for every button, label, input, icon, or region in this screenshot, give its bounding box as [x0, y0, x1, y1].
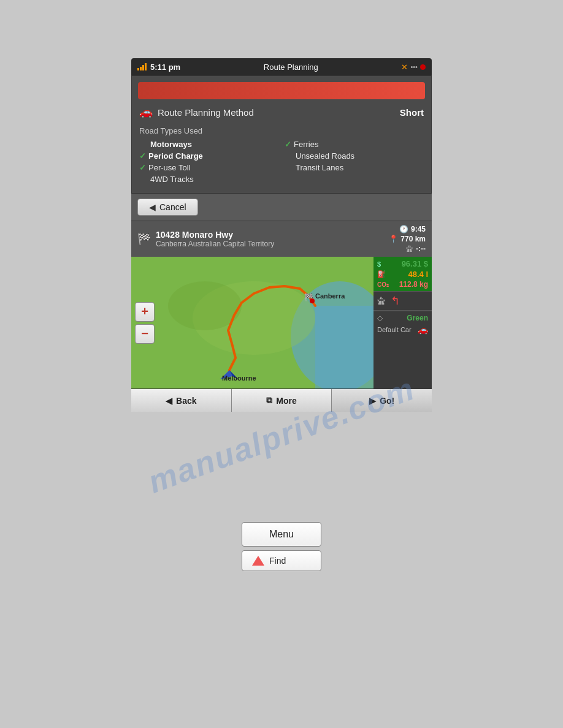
status-dot-red — [420, 64, 426, 70]
ferries-label: Ferries — [294, 140, 318, 149]
route-type-icon: ◇ — [377, 314, 383, 322]
go-button[interactable]: ▶ Go! — [332, 389, 432, 412]
status-title: Route Planning — [264, 63, 318, 72]
go-arrow-icon: ▶ — [369, 396, 376, 406]
device-container: 5:11 pm Route Planning ✕ ••• 🚗 Route Pla… — [131, 58, 432, 571]
unsealed-label: Unsealed Roads — [296, 151, 354, 161]
destination-address: 10428 Monaro Hwy — [156, 230, 274, 240]
zoom-out-button[interactable]: − — [135, 324, 155, 344]
status-bar: 5:11 pm Route Planning ✕ ••• — [131, 58, 432, 75]
route-method-row: 🚗 Route Planning Method Short — [138, 105, 425, 119]
zoom-controls: + − — [135, 302, 155, 344]
cancel-button[interactable]: ◀ Cancel — [137, 199, 198, 216]
svg-text:Canberra: Canberra — [315, 292, 345, 300]
cancel-btn-row: ◀ Cancel — [131, 194, 432, 221]
sidebar-stats: $ 96.31 $ ⛽ 48.4 l CO₂ 112.8 kg 🛣 ↰ — [373, 257, 432, 389]
cost-value: 96.31 $ — [402, 259, 428, 268]
road-type-4wd[interactable]: 4WD Tracks — [139, 174, 278, 184]
car-small-icon: 🚗 — [418, 325, 428, 335]
back-arrow-icon: ◀ — [149, 202, 156, 212]
vehicle-label-text: Default Car — [377, 326, 412, 333]
find-button[interactable]: Find — [242, 550, 321, 571]
car-icon: 🚗 — [139, 105, 153, 119]
period-charge-label: Period Charge — [148, 151, 203, 161]
road-type-per-use-toll[interactable]: ✓ Per-use Toll — [139, 162, 278, 173]
status-bar-left: 5:11 pm — [137, 63, 180, 72]
back-label: Back — [176, 396, 196, 406]
stat-sep-row: 🛣 -:-- — [406, 245, 426, 253]
menu-label: Menu — [269, 529, 294, 539]
destination-info: 🏁 10428 Monaro Hwy Canberra Australian C… — [137, 230, 274, 248]
transit-lanes-label: Transit Lanes — [296, 163, 343, 172]
road-type-period-charge[interactable]: ✓ Period Charge — [139, 151, 278, 161]
map-and-sidebar: Melbourne Canberra 🏁 + − $ 96.31 $ — [131, 257, 432, 389]
stat-distance-row: 📍 770 km — [389, 235, 426, 243]
dot-icon: ••• — [410, 63, 418, 70]
bottom-nav: ◀ Back ⧉ More ▶ Go! — [131, 389, 432, 412]
destination-city: Canberra Australian Capital Territory — [156, 240, 274, 248]
back-arrow-icon: ◀ — [166, 396, 172, 406]
destination-row: 🏁 10428 Monaro Hwy Canberra Australian C… — [131, 221, 432, 257]
road-type-motorways[interactable]: Motorways — [139, 139, 278, 150]
stat-time-row: 🕐 9:45 — [399, 225, 426, 233]
map-area[interactable]: Melbourne Canberra 🏁 + − — [131, 257, 373, 389]
stat-sep: -:-- — [416, 245, 426, 253]
cost-block: $ 96.31 $ ⛽ 48.4 l CO₂ 112.8 kg — [373, 257, 432, 292]
svg-rect-2 — [315, 306, 373, 389]
svg-text:🏁: 🏁 — [304, 292, 313, 301]
checkered-flag-icon: 🏁 — [137, 232, 151, 246]
menu-section: Menu Find — [131, 522, 432, 571]
road-type-transit-lanes[interactable]: Transit Lanes — [285, 162, 424, 173]
road-types-title: Road Types Used — [139, 126, 424, 135]
go-label: Go! — [380, 396, 394, 406]
road-type-unsealed[interactable]: Unsealed Roads — [285, 151, 424, 161]
4wd-label: 4WD Tracks — [150, 175, 194, 184]
status-icons: ✕ ••• — [401, 63, 426, 72]
destination-text: 10428 Monaro Hwy Canberra Australian Cap… — [156, 230, 274, 248]
co2-value: 112.8 kg — [399, 280, 428, 289]
more-label: More — [276, 396, 296, 406]
distance-icon: 📍 — [389, 235, 398, 243]
route-type-block: 🛣 ↰ — [373, 292, 432, 311]
curve-icon: ↰ — [391, 294, 400, 308]
route-type-label: Green — [407, 314, 428, 322]
cost-icon: $ — [377, 260, 381, 268]
back-button[interactable]: ◀ Back — [131, 389, 232, 412]
status-time: 5:11 pm — [150, 63, 180, 72]
clock-icon: 🕐 — [399, 225, 408, 233]
road-types-grid: Motorways ✓ Ferries ✓ Period Charge Unse… — [139, 139, 424, 184]
stat-distance: 770 km — [400, 235, 426, 243]
find-triangle-icon — [252, 556, 264, 566]
route-method-label: Route Planning Method — [158, 107, 254, 118]
road-types-section: Road Types Used Motorways ✓ Ferries ✓ Pe… — [138, 124, 425, 187]
route-planning-panel: 🚗 Route Planning Method Short Road Types… — [131, 75, 432, 194]
stat-time: 9:45 — [411, 225, 426, 233]
check-period-charge: ✓ — [139, 151, 146, 161]
map-svg: Melbourne Canberra 🏁 — [131, 257, 373, 389]
check-per-use-toll: ✓ — [139, 163, 146, 172]
signal-bars-icon — [137, 63, 147, 70]
svg-text:Melbourne: Melbourne — [222, 374, 256, 382]
fuel-value: 48.4 l — [408, 270, 428, 279]
motorways-label: Motorways — [150, 140, 192, 149]
route-method-value: Short — [400, 107, 424, 118]
more-icon: ⧉ — [266, 395, 272, 406]
co2-label: CO₂ — [377, 281, 389, 288]
cancel-label: Cancel — [159, 202, 186, 212]
per-use-toll-label: Per-use Toll — [148, 163, 190, 172]
empty-col — [285, 174, 424, 184]
vehicle-block: ◇ Green Default Car 🚗 — [373, 311, 432, 337]
route-bar — [138, 82, 425, 99]
find-label: Find — [269, 556, 286, 566]
road-type-ferries[interactable]: ✓ Ferries — [285, 139, 424, 150]
zoom-in-button[interactable]: + — [135, 302, 155, 322]
more-button[interactable]: ⧉ More — [232, 389, 332, 412]
menu-button[interactable]: Menu — [242, 522, 321, 547]
route-method-left: 🚗 Route Planning Method — [139, 105, 254, 119]
check-ferries: ✓ — [285, 140, 291, 149]
gps-icon: ✕ — [401, 63, 408, 72]
fuel-icon: ⛽ — [377, 270, 386, 278]
route-stats: 🕐 9:45 📍 770 km 🛣 -:-- — [389, 225, 426, 253]
highway-icon: 🛣 — [377, 296, 386, 306]
road-icon: 🛣 — [406, 245, 413, 253]
